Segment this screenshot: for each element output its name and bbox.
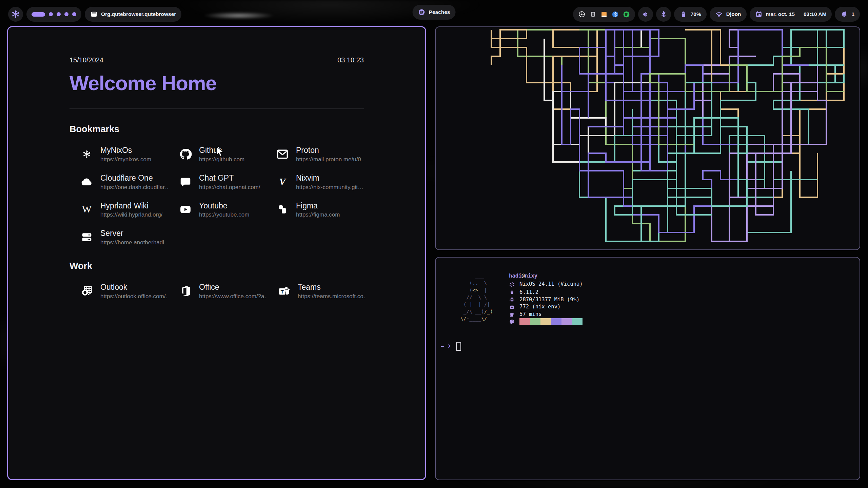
notifications-pill[interactable]: 1	[835, 7, 860, 22]
bluetooth-badge-icon[interactable]	[612, 11, 619, 18]
lens-icon[interactable]	[578, 11, 586, 18]
spotify-badge-icon[interactable]	[623, 11, 630, 18]
notes-icon[interactable]	[600, 11, 608, 18]
bookmark-name: Hyprland Wiki	[100, 201, 162, 211]
workspace-1[interactable]	[32, 12, 45, 17]
bookmark-office[interactable]: Officehttps://www.office.com/?a…	[178, 282, 267, 300]
fetch-row: 772 (nix-env)	[509, 303, 583, 311]
music-track-title: Peaches	[429, 9, 450, 15]
bookmark-hyprland-wiki[interactable]: WHyprland Wikihttps://wiki.hyprland.org/	[79, 201, 168, 219]
pipes-terminal-window[interactable]	[435, 26, 860, 250]
server-icon	[79, 229, 95, 245]
workspace-4[interactable]	[64, 12, 68, 16]
bookmark-proton[interactable]: Protonhttps://mail.proton.me/u/0…	[275, 145, 364, 163]
startpage-date: 15/10/2024	[70, 56, 103, 64]
fetch-colors-row	[509, 318, 583, 325]
bookmark-name: Nixvim	[296, 173, 363, 183]
fetch-user-host: hadi@nixy	[509, 272, 583, 280]
color-swatch	[519, 318, 530, 325]
tray-date: mar. oct. 15	[766, 11, 795, 17]
bookmark-nixvim[interactable]: VNixvimhttps://nix-community.git…	[275, 173, 364, 191]
divider	[70, 108, 364, 109]
nixos-launcher-button[interactable]	[8, 7, 23, 22]
top-bar: Org.qutebrowser.qutebrowser Peaches	[0, 0, 868, 24]
palette-icon	[509, 319, 515, 325]
color-swatch	[530, 318, 540, 325]
music-player-pill[interactable]: Peaches	[413, 5, 456, 20]
fastfetch-output: ___ (.. \ (<> | // \ \ ( | | /| _/\ __)/…	[436, 258, 860, 325]
color-swatch	[540, 318, 551, 325]
bookmark-url: https://mynixos.com	[100, 156, 151, 163]
fetch-terminal-window[interactable]: ___ (.. \ (<> | // \ \ ( | | /| _/\ __)/…	[435, 257, 860, 480]
teams-icon: T	[276, 283, 292, 299]
bookmark-url: https://www.office.com/?a…	[199, 293, 267, 300]
bluetooth-button[interactable]	[656, 7, 671, 22]
battery-percent: 70%	[691, 11, 701, 17]
bookmark-name: Outlook	[100, 282, 168, 292]
youtube-icon	[178, 202, 193, 217]
bell-icon	[840, 11, 848, 18]
packages-icon	[509, 304, 515, 310]
battery-icon	[679, 11, 687, 18]
notification-count: 1	[851, 11, 854, 17]
workspace-2[interactable]	[49, 12, 53, 16]
bookmark-name: Cloudflare One	[100, 173, 168, 183]
bookmark-url: https://one.dash.cloudflar…	[100, 184, 168, 191]
bookmark-name: Figma	[296, 201, 340, 211]
browser-window[interactable]: 15/10/2024 03:10:23 Welcome Home Bookmar…	[7, 26, 426, 480]
color-swatch	[561, 318, 572, 325]
bookmark-figma[interactable]: Figmahttps://figma.com	[275, 201, 364, 219]
svg-text:W: W	[82, 204, 92, 215]
bookmark-name: Proton	[296, 145, 364, 155]
bookmark-name: MyNixOs	[100, 145, 151, 155]
bookmark-server[interactable]: Serverhttps://home.anotherhadi.…	[79, 228, 168, 246]
volume-button[interactable]	[638, 7, 653, 22]
fetch-row: 6.11.2	[509, 289, 583, 296]
uptime-icon	[509, 311, 515, 318]
bookmark-outlook[interactable]: Outlookhttps://outlook.office.com/…	[79, 282, 168, 300]
bookmark-url: https://chat.openai.com/	[199, 184, 260, 191]
workspace-5[interactable]	[72, 12, 76, 16]
page-title: Welcome Home	[70, 72, 364, 95]
bookmark-url: https://wiki.hyprland.org/	[100, 211, 162, 218]
color-swatch	[572, 318, 583, 325]
svg-text:T: T	[281, 289, 284, 294]
bookmark-name: Chat GPT	[199, 173, 260, 183]
network-pill[interactable]: Djoon	[710, 7, 747, 22]
fetch-value: 57 mins	[519, 311, 541, 318]
fetch-info: hadi@nixy NixOS 24.11 (Vicuna)6.11.22870…	[509, 272, 583, 325]
section-heading: Bookmarks	[70, 124, 364, 135]
active-window-title-pill[interactable]: Org.qutebrowser.qutebrowser	[85, 7, 181, 22]
tray-app-icons-pill	[573, 7, 635, 22]
ascii-art-tux: ___ (.. \ (<> | // \ \ ( | | /| _/\ __)/…	[460, 272, 493, 325]
bookmark-teams[interactable]: TTeamshttps://teams.microsoft.co…	[276, 282, 366, 300]
nix-snowflake-icon	[11, 10, 20, 19]
bookmark-url: https://youtube.com	[199, 211, 249, 218]
terminal-cursor	[456, 342, 461, 351]
device-icon[interactable]	[590, 11, 596, 18]
nix-snowflake-icon	[509, 280, 515, 289]
bookmark-url: https://outlook.office.com/…	[100, 293, 168, 300]
fetch-row: 2870/31377 MiB (9%)	[509, 296, 583, 304]
pipes-screensaver	[436, 27, 860, 249]
vim-icon: V	[275, 174, 290, 190]
battery-pill[interactable]: 70%	[674, 7, 707, 22]
fetch-rows: NixOS 24.11 (Vicuna)6.11.22870/31377 MiB…	[509, 280, 583, 318]
bookmark-youtube[interactable]: Youtubehttps://youtube.com	[178, 201, 265, 219]
clock-pill[interactable]: mar. oct. 15 03:10 AM	[750, 7, 832, 22]
figma-icon	[275, 202, 290, 217]
nix-snowflake-icon	[79, 146, 95, 162]
color-swatch	[551, 318, 561, 325]
bookmark-mynixos[interactable]: MyNixOshttps://mynixos.com	[79, 145, 168, 163]
bookmark-url: https://mail.proton.me/u/0…	[296, 156, 364, 163]
tray-time: 03:10 AM	[804, 11, 826, 17]
bookmark-cloudflare-one[interactable]: Cloudflare Onehttps://one.dash.cloudflar…	[79, 173, 168, 191]
bookmark-chat-gpt[interactable]: Chat GPThttps://chat.openai.com/	[178, 173, 265, 191]
wifi-icon	[715, 11, 723, 18]
bluetooth-icon	[660, 11, 667, 18]
spotify-icon	[418, 8, 426, 16]
bookmark-name: Teams	[298, 282, 366, 292]
section-heading: Work	[70, 261, 364, 271]
fetch-row: 57 mins	[509, 311, 583, 318]
workspace-3[interactable]	[57, 12, 61, 16]
